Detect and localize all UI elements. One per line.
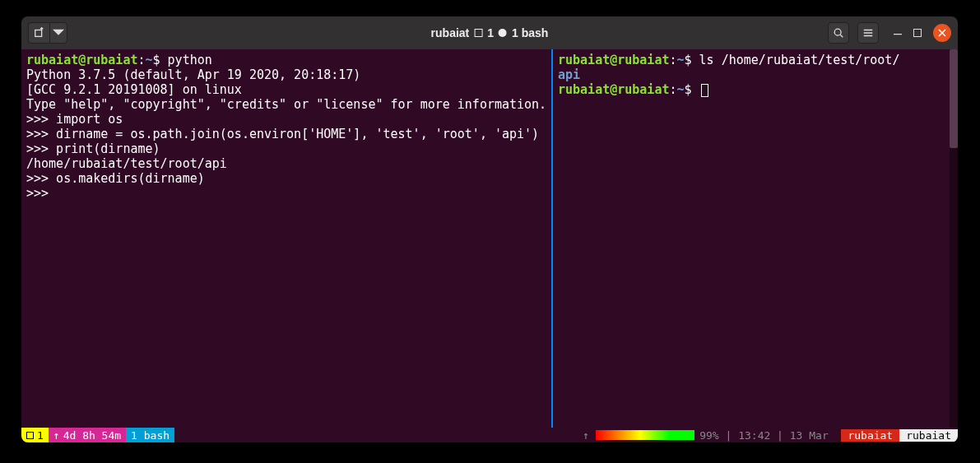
status-spacer [174,428,583,442]
prompt-at: @ [610,53,617,67]
prompt-path: ~ [146,53,153,67]
close-icon [938,29,946,37]
output-line: [GCC 9.2.1 20191008] on linux [26,82,242,97]
status-user-1-label: rubaiat [848,429,893,442]
scrollbar[interactable] [950,49,958,428]
titlebar-left-controls [28,22,67,44]
prompt-dollar: $ [685,82,699,97]
output-line: >>> os.makedirs(dirname) [26,171,205,186]
output-line: >>> import os [26,112,123,127]
session-number: 1 [37,429,44,442]
output-line: >>> print(dirname) [26,141,160,156]
window-label: 1 bash [131,429,170,442]
status-window[interactable]: 1 bash [126,428,174,442]
title-dot-icon [499,29,507,37]
chevron-down-icon [53,27,64,39]
output-line: Type "help", "copyright", "credits" or "… [26,97,546,112]
status-user-1: rubaiat [841,429,899,442]
status-session[interactable]: 1 [21,428,49,442]
output-line: >>> dirname = os.path.join(os.environ['H… [26,127,539,141]
prompt-path: ~ [677,82,685,97]
status-user-2-label: rubaiat [906,429,951,442]
prompt-at: @ [610,82,617,97]
prompt-user: rubaiat [26,53,78,67]
prompt-at: @ [78,53,86,67]
prompt-host: rubaiat [617,53,669,67]
prompt-cmd: ls /home/rubaiat/test/root/ [699,53,900,67]
window-title: rubaiat 1 1 bash [431,26,549,39]
prompt-cmd: python [168,53,212,67]
prompt-path: ~ [677,53,685,67]
prompt-host: rubaiat [617,82,669,97]
prompt-dollar: $ [685,53,699,67]
titlebar: rubaiat 1 1 bash – [21,16,958,49]
title-username: rubaiat [431,26,470,39]
scrollbar-thumb[interactable] [950,49,958,148]
status-user-2: rubaiat [899,429,958,442]
ls-output-dir: api [558,67,580,82]
status-sep: | [719,429,738,442]
titlebar-right-controls: – [828,22,951,44]
window-controls: – [894,24,951,42]
up-arrow-icon: ↑ [583,429,589,442]
prompt-colon: : [669,82,676,97]
search-button[interactable] [828,22,849,44]
session-square-icon [26,432,34,439]
svg-line-4 [840,35,843,37]
title-square-icon [474,29,482,37]
status-date: 13 Mar [790,429,829,442]
minimize-button[interactable]: – [894,30,902,37]
menu-button[interactable] [857,22,879,44]
left-pane[interactable]: rubaiat@rubaiat:~$ python Python 3.7.5 (… [21,49,551,428]
svg-point-3 [834,29,841,35]
output-line: /home/rubaiat/test/root/api [26,156,227,171]
cursor [701,84,708,97]
svg-rect-0 [35,30,41,37]
prompt-colon: : [669,53,676,67]
tmux-statusbar: 1 ↑4d 8h 54m 1 bash ↑ 99% | 13:42 | 13 M… [21,428,958,442]
close-button[interactable] [933,24,951,42]
cpu-gradient-bar [596,430,694,440]
prompt-colon: : [137,53,145,67]
right-pane[interactable]: rubaiat@rubaiat:~$ ls /home/rubaiat/test… [553,49,958,428]
prompt-user: rubaiat [558,53,610,67]
new-tab-dropdown[interactable] [49,22,67,44]
terminal-body: rubaiat@rubaiat:~$ python Python 3.7.5 (… [21,49,958,428]
hamburger-icon [862,27,874,39]
uptime-text: 4d 8h 54m [63,429,121,442]
status-right: ↑ 99% | 13:42 | 13 Mar rubaiat rubaiat [583,428,958,442]
prompt-host: rubaiat [86,53,137,67]
status-uptime: ↑4d 8h 54m [49,428,126,442]
status-time: 13:42 [738,429,770,442]
title-badge-1: 1 [487,26,494,39]
prompt-user: rubaiat [558,82,610,97]
output-line: Python 3.7.5 (default, Apr 19 2020, 20:1… [26,67,360,82]
terminal-window: rubaiat 1 1 bash – rubaiat@rubaiat:~$ py… [21,16,958,442]
status-sep: | [770,429,789,442]
maximize-button[interactable] [913,29,922,37]
status-gap [829,429,842,442]
new-tab-button[interactable] [28,22,49,44]
output-line: >>> [26,186,56,201]
cpu-percent: 99% [699,429,718,442]
title-badge-2: 1 bash [512,26,548,39]
prompt-dollar: $ [153,53,168,67]
search-icon [833,27,844,39]
up-arrow-icon: ↑ [53,429,60,442]
new-tab-icon [34,27,45,39]
